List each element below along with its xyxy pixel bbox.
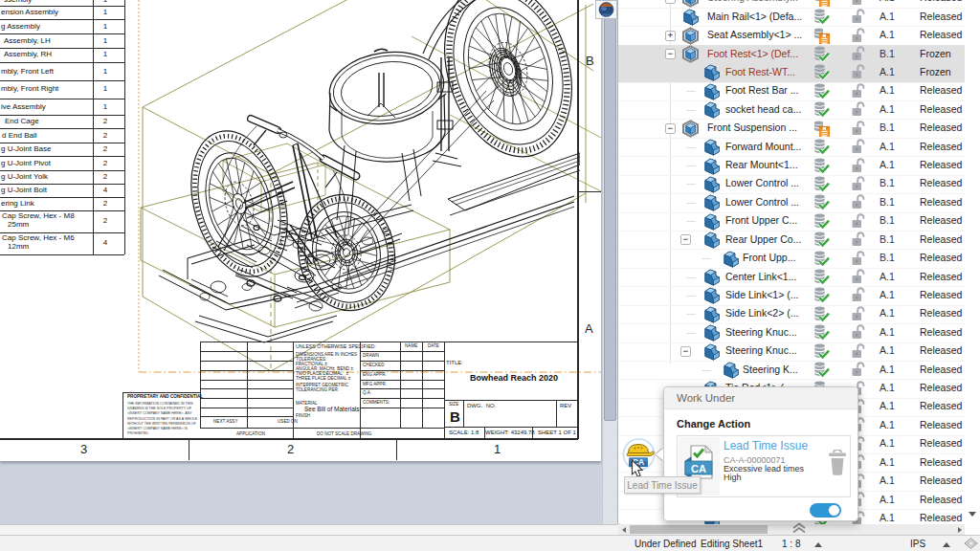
svg-text:CA: CA <box>691 463 706 474</box>
